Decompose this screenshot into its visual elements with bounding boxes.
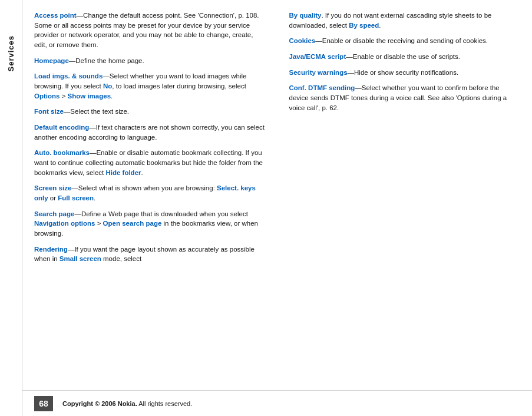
copyright-text: Copyright © 2006 Nokia. All rights reser…	[62, 400, 192, 407]
small-screen-link: Small screen	[60, 255, 101, 262]
security-warnings-term: Security warnings	[289, 69, 348, 76]
search-page-term: Search page	[34, 210, 74, 217]
entry-font-size: Font size—Select the text size.	[34, 107, 266, 117]
copyright-bold: Copyright © 2006 Nokia.	[62, 400, 137, 407]
show-images-link: Show images	[68, 93, 111, 100]
homepage-term: Homepage	[34, 57, 69, 64]
entry-access-point: Access point—Change the default access p…	[34, 11, 266, 50]
full-screen-link: Full screen	[58, 194, 94, 202]
entry-homepage: Homepage—Define the home page.	[34, 56, 266, 66]
access-point-term: Access point	[34, 12, 77, 19]
entry-search-page: Search page—Define a Web page that is do…	[34, 209, 266, 239]
by-speed-link: By speed	[349, 22, 379, 29]
search-page-text: Search page—Define a Web page that is do…	[34, 209, 266, 239]
cookies-text: Cookies—Enable or disable the receiving …	[289, 36, 521, 46]
load-imgs-term: Load imgs. & sounds	[34, 72, 103, 80]
default-encoding-term: Default encoding	[34, 124, 89, 131]
entry-by-quality: By quality. If you do not want external …	[289, 11, 521, 30]
homepage-text: Homepage—Define the home page.	[34, 56, 266, 66]
no-link: No	[103, 82, 112, 90]
entry-auto-bookmarks: Auto. bookmarks—Enable or disable automa…	[34, 148, 266, 177]
content-body: Access point—Change the default access p…	[22, 0, 532, 390]
cookies-term: Cookies	[289, 37, 316, 44]
security-warnings-text: Security warnings—Hide or show security …	[289, 68, 521, 78]
font-size-text: Font size—Select the text size.	[34, 107, 266, 117]
page-container: Services Access point—Change the default…	[0, 0, 532, 416]
font-size-term: Font size	[34, 108, 64, 115]
footer: 68 Copyright © 2006 Nokia. All rights re…	[22, 390, 532, 416]
java-ecma-term: Java/ECMA script	[289, 53, 346, 60]
access-point-text: Access point—Change the default access p…	[34, 11, 266, 50]
copyright-rest: All rights reserved.	[137, 400, 193, 407]
page-number: 68	[39, 399, 48, 408]
auto-bookmarks-term: Auto. bookmarks	[34, 149, 90, 156]
sidebar: Services	[0, 0, 22, 416]
sidebar-label: Services	[6, 35, 15, 72]
auto-bookmarks-text: Auto. bookmarks—Enable or disable automa…	[34, 148, 266, 177]
by-quality-term: By quality	[289, 12, 322, 19]
default-encoding-text: Default encoding—If text characters are …	[34, 123, 266, 142]
entry-screen-size: Screen size—Select what is shown when yo…	[34, 183, 266, 203]
open-search-page-link: Open search page	[103, 220, 162, 227]
entry-default-encoding: Default encoding—If text characters are …	[34, 123, 266, 142]
right-column: By quality. If you do not want external …	[283, 11, 521, 384]
rendering-text: Rendering—If you want the page layout sh…	[34, 245, 266, 264]
entry-security-warnings: Security warnings—Hide or show security …	[289, 68, 521, 78]
by-quality-text: By quality. If you do not want external …	[289, 11, 521, 30]
conf-dtmf-term: Conf. DTMF sending	[289, 84, 355, 91]
navigation-options-link: Navigation options	[34, 220, 95, 227]
entry-rendering: Rendering—If you want the page layout sh…	[34, 245, 266, 264]
conf-dtmf-text: Conf. DTMF sending—Select whether you wa…	[289, 83, 521, 113]
load-imgs-text: Load imgs. & sounds—Select whether you w…	[34, 71, 266, 101]
hide-folder-link: Hide folder	[105, 169, 141, 176]
java-ecma-text: Java/ECMA script—Enable or disable the u…	[289, 52, 521, 62]
entry-load-imgs: Load imgs. & sounds—Select whether you w…	[34, 71, 266, 101]
screen-size-term: Screen size	[34, 184, 71, 192]
entry-conf-dtmf: Conf. DTMF sending—Select whether you wa…	[289, 83, 521, 113]
screen-size-text: Screen size—Select what is shown when yo…	[34, 183, 266, 203]
content-area: Access point—Change the default access p…	[22, 0, 532, 416]
rendering-term: Rendering	[34, 246, 68, 253]
options-link: Options	[34, 93, 60, 100]
left-column: Access point—Change the default access p…	[34, 11, 272, 384]
entry-java-ecma: Java/ECMA script—Enable or disable the u…	[289, 52, 521, 62]
page-number-box: 68	[34, 396, 53, 411]
entry-cookies: Cookies—Enable or disable the receiving …	[289, 36, 521, 46]
